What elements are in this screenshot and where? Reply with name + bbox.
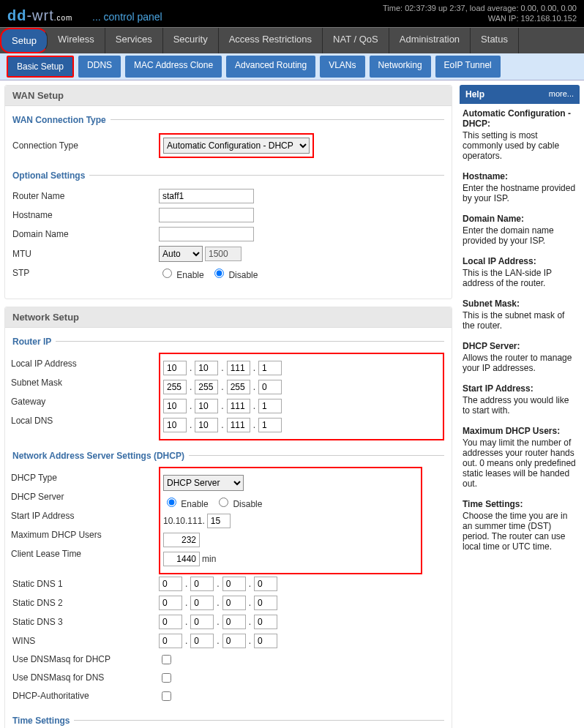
help-item-title: Local IP Address: <box>463 256 577 266</box>
main-nav: Setup Wireless Services Security Access … <box>0 27 584 53</box>
sdns3-3[interactable] <box>222 615 246 629</box>
router-name-input[interactable] <box>159 189 254 203</box>
help-more-link[interactable]: more... <box>549 89 574 100</box>
help-item: Maximum DHCP Users:You may limit the num… <box>463 426 577 489</box>
sdns1-1[interactable] <box>159 577 182 591</box>
tab-administration[interactable]: Administration <box>389 28 471 53</box>
subtab-basic-setup[interactable]: Basic Setup <box>7 56 74 78</box>
wins-2[interactable] <box>190 634 214 648</box>
help-item: Hostname:Enter the hostname provided by … <box>463 171 577 203</box>
subnet-1[interactable] <box>163 380 187 394</box>
dhcp-enable[interactable]: Enable <box>163 495 209 509</box>
wan-ip-text: WAN IP: 192.168.10.152 <box>383 13 577 23</box>
dhcp-type-select[interactable]: DHCP Server <box>163 475 244 491</box>
wan-connection-legend: WAN Connection Type <box>12 115 111 125</box>
help-item-text: This is the subnet mask of the router. <box>463 310 564 331</box>
help-item-title: DHCP Server: <box>463 341 577 351</box>
network-setup-title: Network Setup <box>5 307 452 328</box>
sdns1-label: Static DNS 1 <box>12 579 159 589</box>
dhcp-auth-checkbox[interactable] <box>162 691 171 701</box>
subnet-4[interactable] <box>258 380 282 394</box>
domain-name-input[interactable] <box>159 227 254 241</box>
sdns3-label: Static DNS 3 <box>12 617 159 627</box>
hostname-input[interactable] <box>159 208 254 222</box>
localdns-1[interactable] <box>163 418 187 432</box>
wan-setup-title: WAN Setup <box>5 86 452 106</box>
help-item-title: Subnet Mask: <box>463 299 577 309</box>
sdns2-3[interactable] <box>222 596 246 610</box>
tab-services[interactable]: Services <box>105 28 163 53</box>
help-item: Start IP Address:The address you would l… <box>463 383 577 416</box>
local-ip-1[interactable] <box>163 361 187 375</box>
help-item-title: Start IP Address: <box>463 383 577 394</box>
gateway-label: Gateway <box>11 397 157 407</box>
sdns1-3[interactable] <box>222 577 246 591</box>
tab-nat-qos[interactable]: NAT / QoS <box>323 28 389 53</box>
dnsmasq-dhcp-checkbox[interactable] <box>162 655 171 664</box>
tab-wireless[interactable]: Wireless <box>48 28 105 53</box>
sdns2-4[interactable] <box>254 596 277 610</box>
local-ip-3[interactable] <box>227 361 250 375</box>
domain-name-label: Domain Name <box>12 229 159 239</box>
uptime-text: Time: 02:37:39 up 2:37, load average: 0.… <box>383 3 577 13</box>
lease-input[interactable] <box>163 552 200 566</box>
subnet-label: Subnet Mask <box>11 378 157 388</box>
time-legend: Time Settings <box>12 716 74 726</box>
gateway-1[interactable] <box>163 399 187 413</box>
start-ip-prefix: 10.10.111. <box>163 516 205 526</box>
subtab-ddns[interactable]: DDNS <box>78 56 121 78</box>
help-item-text: Choose the time you are in an summer tim… <box>463 511 567 552</box>
subtab-vlans[interactable]: VLANs <box>320 56 364 78</box>
brand-dd: dd <box>7 7 26 23</box>
brand-com: .com <box>54 14 73 22</box>
dhcp-type-label: DHCP Type <box>11 473 57 483</box>
tab-setup[interactable]: Setup <box>0 28 48 53</box>
gateway-3[interactable] <box>227 399 250 413</box>
subtab-eoip[interactable]: EoIP Tunnel <box>435 56 501 78</box>
connection-type-select[interactable]: Automatic Configuration - DHCP <box>163 138 310 154</box>
sdns3-2[interactable] <box>190 615 214 629</box>
subnet-2[interactable] <box>195 380 218 394</box>
dhcp-disable[interactable]: Disable <box>215 495 262 509</box>
gateway-2[interactable] <box>195 399 218 413</box>
max-dhcp-input[interactable] <box>163 533 200 547</box>
dnsmasq-dns-checkbox[interactable] <box>162 673 171 683</box>
tab-security[interactable]: Security <box>163 28 219 53</box>
wins-3[interactable] <box>222 634 246 648</box>
dhcp-fieldset: Network Address Server Settings (DHCP) D… <box>12 451 444 705</box>
sdns3-4[interactable] <box>254 615 277 629</box>
mtu-mode-select[interactable]: Auto <box>159 246 203 262</box>
tab-access-restrictions[interactable]: Access Restrictions <box>219 28 323 53</box>
local-ip-4[interactable] <box>258 361 282 375</box>
subtab-advanced-routing[interactable]: Advanced Routing <box>226 56 315 78</box>
help-item-title: Time Settings: <box>463 499 577 509</box>
optional-settings-fieldset: Optional Settings Router Name Hostname D… <box>12 170 444 282</box>
connection-type-label: Connection Type <box>12 140 159 151</box>
sdns2-1[interactable] <box>159 596 182 610</box>
gateway-4[interactable] <box>258 399 282 413</box>
localdns-3[interactable] <box>227 418 250 432</box>
help-item-text: Allows the router to manage your IP addr… <box>463 353 572 373</box>
start-ip-last[interactable] <box>207 514 231 528</box>
subnet-3[interactable] <box>227 380 250 394</box>
wins-1[interactable] <box>159 634 182 648</box>
subtab-mac-clone[interactable]: MAC Address Clone <box>125 56 222 78</box>
network-setup-panel: Network Setup Router IP Local IP Address… <box>4 307 452 728</box>
sdns2-2[interactable] <box>190 596 214 610</box>
lease-unit: min <box>202 554 216 564</box>
localdns-4[interactable] <box>258 418 282 432</box>
local-ip-2[interactable] <box>195 361 218 375</box>
stp-disable[interactable]: Disable <box>211 266 258 280</box>
help-item-title: Domain Name: <box>463 214 577 224</box>
localdns-2[interactable] <box>195 418 218 432</box>
sdns1-2[interactable] <box>190 577 214 591</box>
help-item-title: Maximum DHCP Users: <box>463 426 577 436</box>
stp-enable[interactable]: Enable <box>159 266 204 280</box>
tab-status[interactable]: Status <box>471 28 519 53</box>
wins-4[interactable] <box>254 634 277 648</box>
help-item-text: Enter the hostname provided by your ISP. <box>463 183 575 203</box>
subtab-networking[interactable]: Networking <box>370 56 431 78</box>
help-item-text: This is the LAN-side IP address of the r… <box>463 268 552 288</box>
sdns1-4[interactable] <box>254 577 277 591</box>
sdns3-1[interactable] <box>159 615 182 629</box>
